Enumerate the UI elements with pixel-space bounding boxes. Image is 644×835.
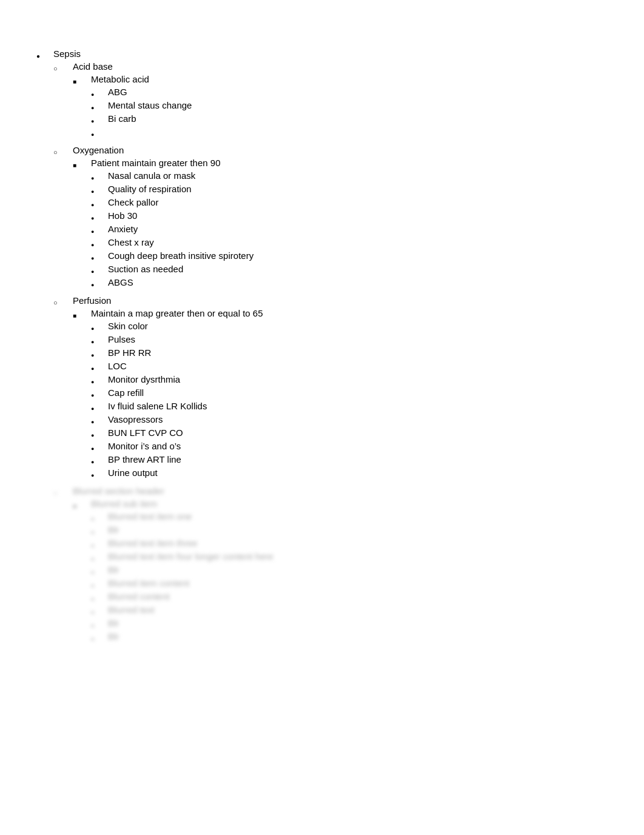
bullet-icon (91, 361, 108, 372)
item-label: Bi carb (108, 113, 608, 124)
list-item: Blr (91, 618, 608, 629)
item-label: Skin color (108, 321, 608, 331)
outline-level3-blurred: Blurred sub item Blurred text item one B… (73, 498, 608, 645)
item-label: Cough deep breath insitive spirotery (108, 250, 608, 261)
list-item: Cap refill (91, 387, 608, 399)
list-item: BP HR RR (91, 347, 608, 359)
bullet-icon (73, 308, 91, 320)
item-label: Anxiety (108, 224, 608, 234)
outline-level4-blurred: Blurred text item one Blr Blurred text i… (91, 511, 608, 643)
bullet-icon (91, 441, 108, 452)
list-item: Suction as needed (91, 264, 608, 275)
bullet-icon (91, 210, 108, 222)
list-item: BP threw ART line (91, 454, 608, 466)
list-item: Urine output (91, 468, 608, 479)
item-label: Vasopressors (108, 414, 608, 424)
list-item: Quality of respiration (91, 184, 608, 195)
patient-maintain-label: Patient maintain greater then 90 (91, 158, 220, 168)
bullet-icon (91, 100, 108, 112)
list-item: Mental staus change (91, 100, 608, 112)
outline-level1: Sepsis Acid base Metabolic acid (36, 49, 608, 649)
list-item: Blr (91, 525, 608, 536)
item-label: Monitor dysrthmia (108, 374, 608, 384)
bullet-icon (91, 511, 108, 523)
list-item: Vasopressors (91, 414, 608, 426)
metabolic-label: Metabolic acid (91, 74, 149, 84)
bullet-icon (91, 87, 108, 98)
bullet-icon (91, 374, 108, 386)
bullet-icon (91, 525, 108, 536)
list-item: Bi carb (91, 113, 608, 125)
bullet-icon (91, 565, 108, 576)
bullet-icon (53, 61, 73, 73)
bullet-icon (91, 578, 108, 589)
outline-level4-metabolic: ABG Mental staus change Bi (91, 87, 608, 138)
bullet-icon (91, 250, 108, 262)
list-item: ABG (91, 87, 608, 98)
list-item: Anxiety (91, 224, 608, 235)
list-item: Blurred text item three (91, 538, 608, 549)
item-label: Chest x ray (108, 237, 608, 247)
list-item-blurred: Blurred sub item Blurred text item one B… (73, 498, 608, 645)
bullet-icon (91, 605, 108, 616)
item-label: Mental staus change (108, 100, 608, 110)
item-label: Suction as needed (108, 264, 608, 274)
list-item: Blr (91, 631, 608, 643)
bullet-icon (91, 538, 108, 549)
list-item-metabolic: Metabolic acid ABG Mental st (73, 74, 608, 140)
bullet-icon (91, 631, 108, 643)
list-item: Nasal canula or mask (91, 170, 608, 182)
bullet-icon (91, 184, 108, 195)
bullet-icon (91, 454, 108, 466)
list-item-oxygenation: Oxygenation Patient maintain greater the… (53, 145, 608, 293)
bullet-icon (91, 591, 108, 603)
list-item-maintain-map: Maintain a map greater then or equal to … (73, 308, 608, 481)
list-item: Pulses (91, 334, 608, 346)
item-label: ABGS (108, 277, 608, 287)
item-label: Quality of respiration (108, 184, 608, 194)
bullet-icon (91, 334, 108, 346)
bullet-icon (91, 170, 108, 182)
list-item-perfusion: Perfusion Maintain a map greater then or… (53, 295, 608, 483)
list-item: Blr (91, 565, 608, 576)
outline-level4-oxy: Nasal canula or mask Quality of respirat… (91, 170, 608, 289)
item-label: Nasal canula or mask (108, 170, 608, 181)
list-item: Hob 30 (91, 210, 608, 222)
outline-level3-acid: Metabolic acid ABG Mental st (73, 74, 608, 140)
bullet-icon (91, 401, 108, 412)
list-item: ABGS (91, 277, 608, 289)
bullet-icon (91, 618, 108, 629)
bullet-icon (73, 158, 91, 169)
bullet-icon (91, 224, 108, 235)
outline-level4-perfusion: Skin color Pulses BP HR RR (91, 321, 608, 479)
bullet-icon (91, 264, 108, 275)
list-item: Chest x ray (91, 237, 608, 249)
bullet-icon (91, 551, 108, 563)
bullet-icon (91, 414, 108, 426)
bullet-icon (91, 197, 108, 209)
bullet-icon (91, 468, 108, 479)
list-item: Iv fluid salene LR Kollids (91, 401, 608, 412)
bullet-icon (91, 428, 108, 439)
item-label: LOC (108, 361, 608, 371)
list-item: Blurred item content (91, 578, 608, 589)
blurred-item-label: Blurred sub item (91, 498, 157, 509)
item-label: Cap refill (108, 387, 608, 398)
bullet-icon (91, 277, 108, 289)
outline-level3-oxy: Patient maintain greater then 90 Nasal c… (73, 158, 608, 290)
list-item-acid-base: Acid base Metabolic acid ABG (53, 61, 608, 143)
list-item: Blurred text item four longer content he… (91, 551, 608, 563)
item-label: Iv fluid salene LR Kollids (108, 401, 608, 411)
outline-level3-perfusion: Maintain a map greater then or equal to … (73, 308, 608, 481)
list-item-blurred: Blurred section header Blurred sub item … (53, 486, 608, 647)
list-item: Blurred content (91, 591, 608, 603)
bullet-icon (36, 49, 53, 60)
item-label: Check pallor (108, 197, 608, 207)
bullet-icon (53, 486, 73, 497)
list-item: BUN LFT CVP CO (91, 428, 608, 439)
item-label (108, 127, 608, 137)
list-item: Monitor i’s and o’s (91, 441, 608, 452)
bullet-icon (91, 387, 108, 399)
list-item: Skin color (91, 321, 608, 332)
item-label: BUN LFT CVP CO (108, 428, 608, 438)
